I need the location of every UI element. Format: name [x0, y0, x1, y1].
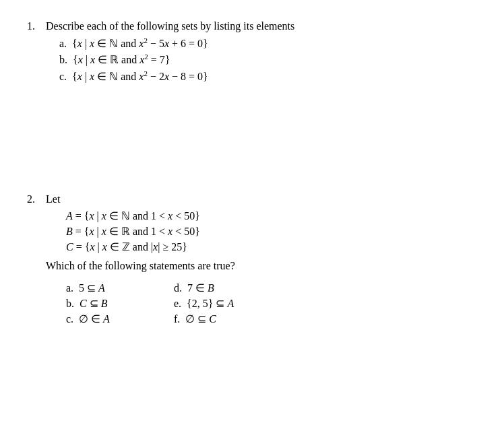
problem-1-title: Describe each of the following sets by l… [46, 20, 477, 32]
statement-c: c. ∅ ∈ A [66, 312, 174, 325]
problem-2: 2. Let A = {x | x ∈ ℕ and 1 < x < 50} B … [27, 193, 477, 325]
problem-1-label: 1. [27, 20, 40, 32]
problem-1c: c. {x | x ∈ ℕ and x2 − 2x − 8 = 0} [59, 69, 477, 83]
statement-b: b. C ⊆ B [66, 297, 174, 310]
statements-grid: a. 5 ⊆ A d. 7 ∈ B b. C ⊆ B e. {2, 5} ⊆ A… [66, 281, 477, 325]
problem-1a: a. {x | x ∈ ℕ and x2 − 5x + 6 = 0} [59, 36, 477, 50]
set-B-def: B = {x | x ∈ ℝ and 1 < x < 50} [66, 225, 477, 238]
statement-a: a. 5 ⊆ A [66, 281, 174, 294]
statement-d: d. 7 ∈ B [174, 281, 309, 294]
statement-e: e. {2, 5} ⊆ A [174, 297, 309, 310]
problem-1b: b. {x | x ∈ ℝ and x2 = 7} [59, 53, 477, 66]
problem-2-intro: Let [46, 193, 477, 205]
which-true-prompt: Which of the following statements are tr… [46, 260, 477, 272]
problem-2-content: Let A = {x | x ∈ ℕ and 1 < x < 50} B = {… [46, 193, 477, 325]
set-definitions: A = {x | x ∈ ℕ and 1 < x < 50} B = {x | … [46, 209, 477, 253]
problem-2-label: 2. [27, 193, 40, 205]
statement-f: f. ∅ ⊆ C [174, 312, 309, 325]
problem-1: 1. Describe each of the following sets b… [27, 20, 477, 86]
set-C-def: C = {x | x ∈ ℤ and |x| ≥ 25} [66, 240, 477, 253]
problem-1-content: Describe each of the following sets by l… [46, 20, 477, 86]
set-A-def: A = {x | x ∈ ℕ and 1 < x < 50} [66, 209, 477, 222]
